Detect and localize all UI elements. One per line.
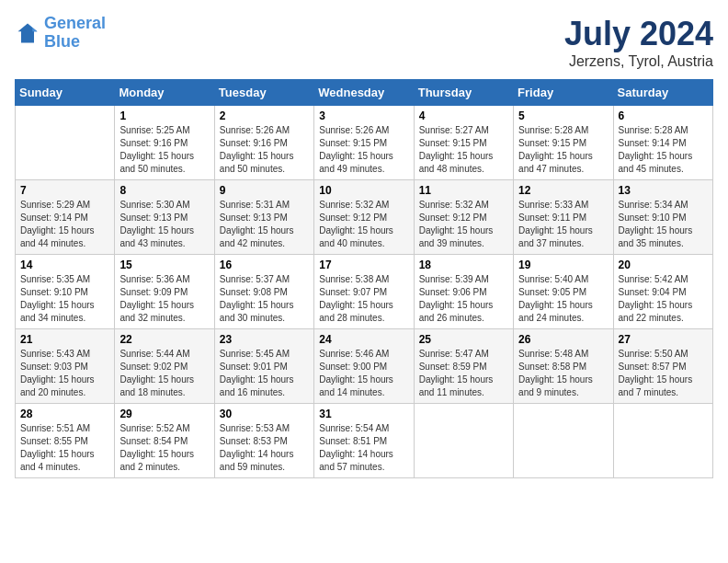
calendar-cell: 28Sunrise: 5:51 AM Sunset: 8:55 PM Dayli… (16, 404, 115, 478)
calendar-cell: 13Sunrise: 5:34 AM Sunset: 9:10 PM Dayli… (613, 180, 712, 255)
day-detail: Sunrise: 5:36 AM Sunset: 9:09 PM Dayligh… (119, 273, 209, 325)
calendar-cell: 18Sunrise: 5:39 AM Sunset: 9:06 PM Dayli… (414, 255, 513, 329)
day-number: 22 (119, 333, 209, 346)
day-number: 14 (20, 259, 109, 271)
day-number: 20 (619, 259, 708, 271)
weekday-header-wednesday: Wednesday (314, 80, 414, 106)
calendar-cell: 22Sunrise: 5:44 AM Sunset: 9:02 PM Dayli… (115, 329, 214, 404)
day-detail: Sunrise: 5:25 AM Sunset: 9:16 PM Dayligh… (119, 124, 209, 176)
day-detail: Sunrise: 5:31 AM Sunset: 9:13 PM Dayligh… (220, 199, 309, 250)
calendar-cell: 30Sunrise: 5:53 AM Sunset: 8:53 PM Dayli… (214, 404, 313, 478)
day-number: 27 (619, 333, 708, 346)
calendar-cell: 20Sunrise: 5:42 AM Sunset: 9:04 PM Dayli… (613, 255, 712, 329)
calendar-cell: 10Sunrise: 5:32 AM Sunset: 9:12 PM Dayli… (314, 180, 414, 255)
calendar-cell: 9Sunrise: 5:31 AM Sunset: 9:13 PM Daylig… (214, 180, 313, 255)
day-number: 31 (319, 408, 408, 420)
day-number: 5 (518, 109, 608, 122)
calendar-cell: 16Sunrise: 5:37 AM Sunset: 9:08 PM Dayli… (214, 255, 313, 329)
calendar-cell: 7Sunrise: 5:29 AM Sunset: 9:14 PM Daylig… (16, 180, 115, 255)
calendar-cell: 6Sunrise: 5:28 AM Sunset: 9:14 PM Daylig… (613, 106, 712, 180)
day-detail: Sunrise: 5:43 AM Sunset: 9:03 PM Dayligh… (20, 348, 109, 399)
calendar-cell: 15Sunrise: 5:36 AM Sunset: 9:09 PM Dayli… (115, 255, 214, 329)
calendar-cell (414, 404, 513, 478)
calendar-cell: 2Sunrise: 5:26 AM Sunset: 9:16 PM Daylig… (214, 106, 313, 180)
day-number: 26 (518, 333, 608, 346)
day-number: 11 (419, 184, 508, 197)
day-number: 30 (220, 408, 309, 420)
day-number: 6 (619, 109, 708, 122)
day-number: 19 (518, 259, 608, 271)
day-number: 18 (419, 259, 508, 271)
logo-text: General Blue (44, 15, 106, 52)
calendar-cell: 8Sunrise: 5:30 AM Sunset: 9:13 PM Daylig… (115, 180, 214, 255)
day-detail: Sunrise: 5:38 AM Sunset: 9:07 PM Dayligh… (319, 273, 408, 325)
day-detail: Sunrise: 5:47 AM Sunset: 8:59 PM Dayligh… (419, 348, 508, 399)
calendar-cell (514, 404, 613, 478)
day-number: 4 (419, 109, 508, 122)
day-detail: Sunrise: 5:48 AM Sunset: 8:58 PM Dayligh… (518, 348, 608, 399)
day-detail: Sunrise: 5:50 AM Sunset: 8:57 PM Dayligh… (619, 348, 708, 399)
day-number: 3 (319, 109, 408, 122)
calendar-cell: 27Sunrise: 5:50 AM Sunset: 8:57 PM Dayli… (613, 329, 712, 404)
day-detail: Sunrise: 5:28 AM Sunset: 9:14 PM Dayligh… (619, 124, 708, 176)
day-detail: Sunrise: 5:35 AM Sunset: 9:10 PM Dayligh… (20, 273, 109, 325)
day-detail: Sunrise: 5:46 AM Sunset: 9:00 PM Dayligh… (319, 348, 408, 399)
calendar-cell: 4Sunrise: 5:27 AM Sunset: 9:15 PM Daylig… (414, 106, 513, 180)
day-detail: Sunrise: 5:34 AM Sunset: 9:10 PM Dayligh… (619, 199, 708, 250)
day-detail: Sunrise: 5:28 AM Sunset: 9:15 PM Dayligh… (518, 124, 608, 176)
calendar-cell: 19Sunrise: 5:40 AM Sunset: 9:05 PM Dayli… (514, 255, 613, 329)
weekday-header-monday: Monday (115, 80, 214, 106)
day-detail: Sunrise: 5:52 AM Sunset: 8:54 PM Dayligh… (119, 422, 209, 474)
day-number: 25 (419, 333, 508, 346)
calendar-cell: 24Sunrise: 5:46 AM Sunset: 9:00 PM Dayli… (314, 329, 414, 404)
day-number: 13 (619, 184, 708, 197)
calendar-body: 1Sunrise: 5:25 AM Sunset: 9:16 PM Daylig… (16, 106, 713, 478)
day-number: 12 (518, 184, 608, 197)
day-detail: Sunrise: 5:27 AM Sunset: 9:15 PM Dayligh… (419, 124, 508, 176)
calendar-cell: 1Sunrise: 5:25 AM Sunset: 9:16 PM Daylig… (115, 106, 214, 180)
weekday-header-thursday: Thursday (414, 80, 513, 106)
day-detail: Sunrise: 5:54 AM Sunset: 8:51 PM Dayligh… (319, 422, 408, 474)
logo-icon (15, 20, 40, 46)
title-area: July 2024 Jerzens, Tyrol, Austria (564, 15, 713, 70)
day-number: 23 (220, 333, 309, 346)
calendar-week-1: 1Sunrise: 5:25 AM Sunset: 9:16 PM Daylig… (16, 106, 713, 180)
day-detail: Sunrise: 5:30 AM Sunset: 9:13 PM Dayligh… (119, 199, 209, 250)
day-number: 15 (119, 259, 209, 271)
calendar-cell: 14Sunrise: 5:35 AM Sunset: 9:10 PM Dayli… (16, 255, 115, 329)
day-number: 2 (220, 109, 309, 122)
calendar-week-3: 14Sunrise: 5:35 AM Sunset: 9:10 PM Dayli… (16, 255, 713, 329)
day-detail: Sunrise: 5:32 AM Sunset: 9:12 PM Dayligh… (419, 199, 508, 250)
day-detail: Sunrise: 5:45 AM Sunset: 9:01 PM Dayligh… (220, 348, 309, 399)
calendar-week-2: 7Sunrise: 5:29 AM Sunset: 9:14 PM Daylig… (16, 180, 713, 255)
calendar-week-4: 21Sunrise: 5:43 AM Sunset: 9:03 PM Dayli… (16, 329, 713, 404)
calendar-cell: 21Sunrise: 5:43 AM Sunset: 9:03 PM Dayli… (16, 329, 115, 404)
logo: General Blue (15, 15, 106, 52)
day-number: 9 (220, 184, 309, 197)
page-header: General Blue July 2024 Jerzens, Tyrol, A… (15, 15, 713, 70)
calendar-cell: 29Sunrise: 5:52 AM Sunset: 8:54 PM Dayli… (115, 404, 214, 478)
day-number: 24 (319, 333, 408, 346)
calendar-cell: 25Sunrise: 5:47 AM Sunset: 8:59 PM Dayli… (414, 329, 513, 404)
calendar-cell: 31Sunrise: 5:54 AM Sunset: 8:51 PM Dayli… (314, 404, 414, 478)
calendar-week-5: 28Sunrise: 5:51 AM Sunset: 8:55 PM Dayli… (16, 404, 713, 478)
day-detail: Sunrise: 5:51 AM Sunset: 8:55 PM Dayligh… (20, 422, 109, 474)
day-number: 1 (119, 109, 209, 122)
day-number: 21 (20, 333, 109, 346)
day-detail: Sunrise: 5:44 AM Sunset: 9:02 PM Dayligh… (119, 348, 209, 399)
day-number: 10 (319, 184, 408, 197)
day-detail: Sunrise: 5:39 AM Sunset: 9:06 PM Dayligh… (419, 273, 508, 325)
weekday-header-sunday: Sunday (16, 80, 115, 106)
svg-marker-0 (18, 23, 38, 42)
calendar-cell: 11Sunrise: 5:32 AM Sunset: 9:12 PM Dayli… (414, 180, 513, 255)
calendar-cell: 12Sunrise: 5:33 AM Sunset: 9:11 PM Dayli… (514, 180, 613, 255)
calendar-cell: 5Sunrise: 5:28 AM Sunset: 9:15 PM Daylig… (514, 106, 613, 180)
day-number: 28 (20, 408, 109, 420)
calendar-cell: 3Sunrise: 5:26 AM Sunset: 9:15 PM Daylig… (314, 106, 414, 180)
weekday-header-saturday: Saturday (613, 80, 712, 106)
day-detail: Sunrise: 5:26 AM Sunset: 9:16 PM Dayligh… (220, 124, 309, 176)
day-detail: Sunrise: 5:37 AM Sunset: 9:08 PM Dayligh… (220, 273, 309, 325)
day-detail: Sunrise: 5:40 AM Sunset: 9:05 PM Dayligh… (518, 273, 608, 325)
day-number: 29 (119, 408, 209, 420)
weekday-header-tuesday: Tuesday (214, 80, 313, 106)
